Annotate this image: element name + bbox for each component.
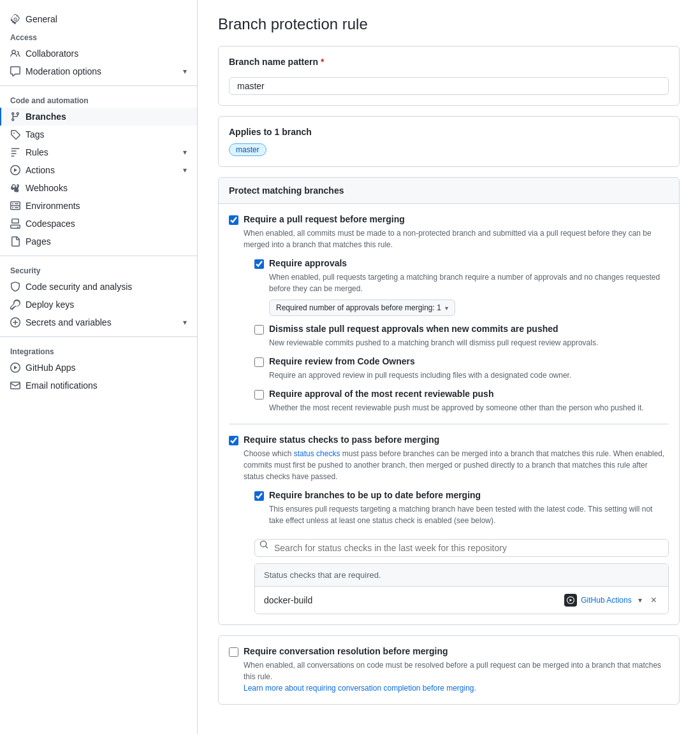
require-pr-nested: Require approvals When enabled, pull req…	[244, 258, 669, 414]
status-checks-required-box: Status checks that are required. docker-…	[254, 563, 669, 614]
status-check-provider: GitHub Actions ▾ ×	[564, 593, 659, 607]
sidebar-item-moderation-options-label: Moderation options	[26, 66, 101, 76]
sidebar-divider-2	[0, 255, 197, 256]
rules-icon	[10, 147, 20, 157]
codespaces-icon	[10, 219, 20, 229]
sidebar-item-codespaces-label: Codespaces	[26, 219, 75, 229]
sidebar-item-webhooks[interactable]: Webhooks	[0, 179, 197, 197]
sidebar-section-access: Access	[0, 28, 197, 45]
key-icon	[10, 299, 20, 310]
sidebar-item-actions-label: Actions	[26, 165, 55, 175]
sidebar-item-deploy-keys-label: Deploy keys	[26, 299, 74, 310]
sidebar-item-secrets-variables-label: Secrets and variables	[26, 317, 112, 327]
status-checks-required-header: Status checks that are required.	[255, 564, 668, 587]
status-check-search-wrapper	[254, 534, 669, 557]
branch-icon	[10, 112, 20, 122]
main-content: Branch protection rule Branch name patte…	[198, 0, 700, 734]
sidebar-item-tags-label: Tags	[26, 129, 45, 140]
option-require-status-checks: Require status checks to pass before mer…	[229, 435, 669, 614]
actions-icon	[10, 165, 20, 175]
sidebar-item-environments-label: Environments	[26, 201, 80, 211]
sidebar-item-secrets-variables[interactable]: Secrets and variables ▾	[0, 313, 197, 331]
require-code-owners-label: Require review from Code Owners	[269, 356, 415, 366]
status-check-item: docker-build GitHub Actions ▾ ×	[255, 587, 668, 614]
sidebar-item-rules[interactable]: Rules ▾	[0, 143, 197, 161]
option-dismiss-stale: Dismiss stale pull request approvals whe…	[254, 324, 669, 349]
conversation-option-row: Require conversation resolution before m…	[229, 646, 669, 657]
sidebar-item-github-apps[interactable]: GitHub Apps	[0, 359, 197, 377]
sidebar-section-code-automation: Code and automation	[0, 91, 197, 108]
approvals-number-dropdown[interactable]: Required number of approvals before merg…	[269, 299, 455, 316]
require-most-recent-label: Require approval of the most recent revi…	[269, 389, 493, 399]
required-indicator: *	[321, 57, 324, 67]
applies-label: Applies to 1 branch	[229, 127, 669, 137]
sidebar-item-actions[interactable]: Actions ▾	[0, 161, 197, 179]
branch-name-pattern-input[interactable]	[229, 77, 669, 95]
dismiss-stale-desc: New reviewable commits pushed to a match…	[269, 337, 669, 349]
sidebar-item-email-notifications-label: Email notifications	[26, 380, 98, 391]
sidebar-item-email-notifications[interactable]: Email notifications	[0, 377, 197, 394]
protect-header: Protect matching branches	[219, 178, 679, 204]
sidebar-item-branches[interactable]: Branches	[0, 108, 197, 126]
applies-to-card: Applies to 1 branch master	[218, 116, 680, 167]
chevron-down-icon: ▾	[183, 67, 187, 76]
status-checks-link[interactable]: status checks	[294, 449, 340, 458]
dismiss-stale-label: Dismiss stale pull request approvals whe…	[269, 324, 558, 334]
approvals-dropdown-label: Required number of approvals before merg…	[276, 303, 441, 312]
require-approvals-checkbox[interactable]	[254, 259, 264, 269]
sidebar-divider-3	[0, 336, 197, 337]
require-conversation-checkbox[interactable]	[229, 647, 238, 657]
require-status-checks-desc: Choose which status checks must pass bef…	[244, 448, 669, 482]
conversation-body: Require conversation resolution before m…	[219, 636, 679, 704]
status-check-provider-dropdown[interactable]: ▾	[636, 594, 645, 606]
people-icon	[10, 48, 20, 59]
shield-icon	[10, 282, 20, 292]
require-pr-label: Require a pull request before merging	[244, 214, 405, 224]
sidebar-item-pages-label: Pages	[26, 236, 51, 247]
sidebar-item-pages[interactable]: Pages	[0, 233, 197, 250]
require-up-to-date-desc: This ensures pull requests targeting a m…	[269, 503, 669, 526]
sidebar-item-general-label: General	[26, 14, 57, 24]
option-require-approvals: Require approvals When enabled, pull req…	[254, 258, 669, 316]
status-check-remove-button[interactable]: ×	[648, 593, 659, 607]
require-up-to-date-checkbox[interactable]	[254, 491, 264, 501]
sidebar-item-collaborators-label: Collaborators	[26, 48, 78, 59]
sidebar-item-moderation-options[interactable]: Moderation options ▾	[0, 62, 197, 80]
app-icon	[10, 363, 20, 373]
require-up-to-date-label: Require branches to be up to date before…	[269, 490, 481, 500]
require-status-checks-label: Require status checks to pass before mer…	[244, 435, 439, 445]
sidebar-item-branches-label: Branches	[26, 112, 66, 122]
branch-name-pattern-label: Branch name pattern *	[229, 57, 669, 67]
search-icon	[259, 540, 268, 551]
page-title: Branch protection rule	[218, 15, 680, 33]
sidebar-item-github-apps-label: GitHub Apps	[26, 363, 76, 373]
sidebar-item-codespaces[interactable]: Codespaces	[0, 215, 197, 233]
status-check-name: docker-build	[264, 595, 559, 605]
require-pr-checkbox[interactable]	[229, 215, 238, 225]
sidebar-item-environments[interactable]: Environments	[0, 197, 197, 215]
branch-tag: master	[229, 143, 266, 156]
sidebar-item-tags[interactable]: Tags	[0, 126, 197, 143]
require-most-recent-checkbox[interactable]	[254, 390, 264, 399]
conversation-learn-more-link[interactable]: Learn more about requiring conversation …	[244, 684, 476, 693]
dismiss-stale-checkbox[interactable]	[254, 325, 264, 335]
sidebar-item-collaborators[interactable]: Collaborators	[0, 45, 197, 62]
chevron-down-icon: ▾	[183, 166, 187, 175]
sidebar-item-general[interactable]: General	[0, 10, 197, 28]
option-require-pr: Require a pull request before merging Wh…	[229, 214, 669, 414]
require-approvals-desc: When enabled, pull requests targeting a …	[269, 271, 669, 294]
sidebar-section-integrations: Integrations	[0, 342, 197, 359]
option-require-code-owners: Require review from Code Owners Require …	[254, 356, 669, 381]
sidebar-item-code-security[interactable]: Code security and analysis	[0, 278, 197, 296]
gear-icon	[10, 14, 20, 24]
require-code-owners-checkbox[interactable]	[254, 357, 264, 367]
status-check-provider-name: GitHub Actions	[581, 596, 631, 605]
chevron-down-icon: ▾	[445, 305, 448, 312]
sidebar-divider-1	[0, 85, 197, 86]
require-status-checks-checkbox[interactable]	[229, 436, 238, 445]
sidebar-item-deploy-keys[interactable]: Deploy keys	[0, 296, 197, 313]
status-check-search-input[interactable]	[254, 539, 669, 557]
tag-icon	[10, 129, 20, 140]
sidebar-item-webhooks-label: Webhooks	[26, 183, 68, 193]
plus-circle-icon	[10, 317, 20, 327]
